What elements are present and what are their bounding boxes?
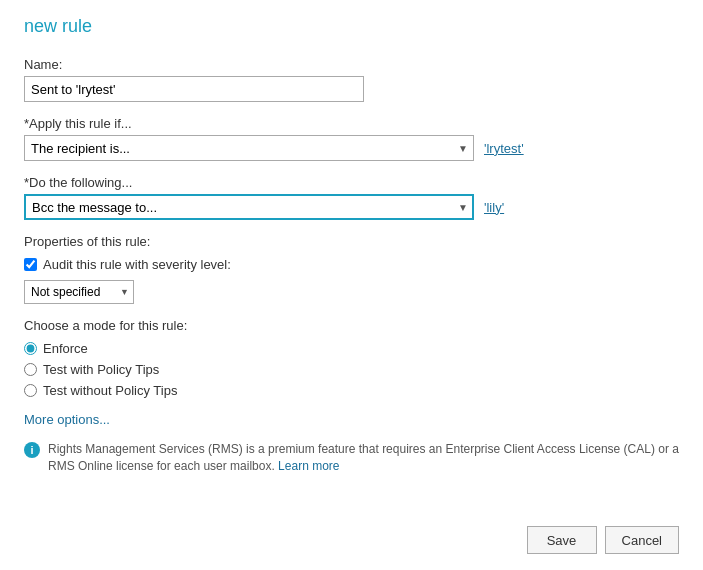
save-button[interactable]: Save bbox=[527, 526, 597, 554]
mode-test-with-radio[interactable] bbox=[24, 363, 37, 376]
mode-test-without-radio[interactable] bbox=[24, 384, 37, 397]
name-input[interactable] bbox=[24, 76, 364, 102]
audit-checkbox[interactable] bbox=[24, 258, 37, 271]
properties-label: Properties of this rule: bbox=[24, 234, 679, 249]
audit-checkbox-label: Audit this rule with severity level: bbox=[43, 257, 231, 272]
apply-rule-row: The recipient is... ▼ 'lrytest' bbox=[24, 135, 679, 161]
mode-radio-group: Enforce Test with Policy Tips Test witho… bbox=[24, 341, 679, 398]
apply-rule-link[interactable]: 'lrytest' bbox=[484, 141, 524, 156]
do-following-select[interactable]: Bcc the message to... bbox=[24, 194, 474, 220]
learn-more-link[interactable]: Learn more bbox=[278, 459, 339, 473]
mode-enforce-radio[interactable] bbox=[24, 342, 37, 355]
info-icon: i bbox=[24, 442, 40, 458]
apply-rule-select[interactable]: The recipient is... bbox=[24, 135, 474, 161]
do-following-link[interactable]: 'lily' bbox=[484, 200, 504, 215]
mode-test-with-label: Test with Policy Tips bbox=[43, 362, 159, 377]
more-options-link[interactable]: More options... bbox=[24, 412, 110, 427]
button-bar: Save Cancel bbox=[527, 526, 679, 554]
mode-enforce-row: Enforce bbox=[24, 341, 679, 356]
do-following-group: *Do the following... Bcc the message to.… bbox=[24, 175, 679, 220]
mode-group: Choose a mode for this rule: Enforce Tes… bbox=[24, 318, 679, 398]
name-label: Name: bbox=[24, 57, 679, 72]
severity-select[interactable]: Not specified Low Medium High bbox=[24, 280, 134, 304]
do-following-select-wrapper: Bcc the message to... ▼ bbox=[24, 194, 474, 220]
mode-test-with-row: Test with Policy Tips bbox=[24, 362, 679, 377]
apply-rule-label: *Apply this rule if... bbox=[24, 116, 679, 131]
properties-group: Properties of this rule: Audit this rule… bbox=[24, 234, 679, 304]
mode-test-without-label: Test without Policy Tips bbox=[43, 383, 177, 398]
mode-label: Choose a mode for this rule: bbox=[24, 318, 679, 333]
audit-checkbox-row: Audit this rule with severity level: bbox=[24, 257, 679, 272]
mode-test-without-row: Test without Policy Tips bbox=[24, 383, 679, 398]
cancel-button[interactable]: Cancel bbox=[605, 526, 679, 554]
apply-rule-group: *Apply this rule if... The recipient is.… bbox=[24, 116, 679, 161]
do-following-row: Bcc the message to... ▼ 'lily' bbox=[24, 194, 679, 220]
page-title: new rule bbox=[24, 16, 679, 37]
apply-rule-select-wrapper: The recipient is... ▼ bbox=[24, 135, 474, 161]
severity-row: Not specified Low Medium High ▼ bbox=[24, 280, 679, 304]
info-text: Rights Management Services (RMS) is a pr… bbox=[48, 441, 679, 475]
name-group: Name: bbox=[24, 57, 679, 102]
info-bar: i Rights Management Services (RMS) is a … bbox=[24, 441, 679, 475]
mode-enforce-label: Enforce bbox=[43, 341, 88, 356]
page-container: new rule Name: *Apply this rule if... Th… bbox=[0, 0, 703, 570]
do-following-label: *Do the following... bbox=[24, 175, 679, 190]
severity-select-wrapper: Not specified Low Medium High ▼ bbox=[24, 280, 134, 304]
